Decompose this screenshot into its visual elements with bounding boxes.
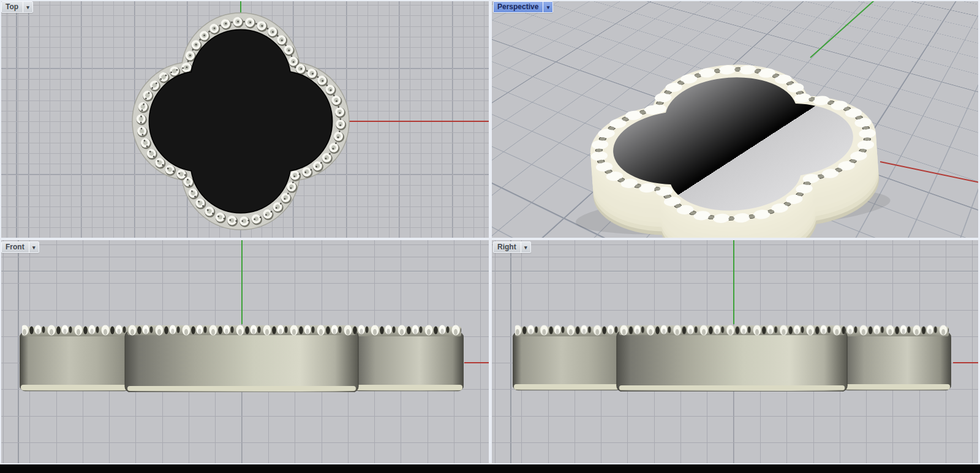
viewport-right[interactable]: Right ▾ — [492, 240, 980, 464]
frame-edge-left — [0, 0, 1, 464]
viewport-divider-vertical[interactable] — [489, 0, 492, 464]
viewport-tab-perspective[interactable]: Perspective ▾ — [493, 1, 553, 13]
viewport-front[interactable]: Front ▾ — [0, 240, 489, 464]
pendant-perspective-view[interactable] — [573, 37, 916, 238]
pendant-front-view[interactable] — [20, 324, 464, 392]
pendant-top-view[interactable] — [124, 5, 357, 238]
z-axis-line — [241, 240, 243, 324]
y-axis-line — [953, 362, 980, 363]
viewport-tab-front[interactable]: Front ▾ — [1, 241, 39, 253]
dropdown-arrow-icon[interactable]: ▾ — [29, 242, 39, 252]
viewport-perspective[interactable]: Perspective ▾ — [492, 0, 980, 238]
z-axis-line — [733, 240, 734, 324]
viewport-tab-top[interactable]: Top ▾ — [1, 1, 33, 13]
viewport-tab-label[interactable]: Front — [2, 242, 29, 252]
viewport-tab-label[interactable]: Perspective — [494, 2, 543, 12]
pendant-right-view[interactable] — [513, 324, 951, 392]
frame-edge-top — [0, 0, 980, 1]
viewport-tab-right[interactable]: Right ▾ — [493, 241, 531, 253]
cad-workspace: Top ▾ — [0, 0, 980, 473]
x-axis-line — [347, 121, 489, 122]
x-axis-line — [464, 362, 489, 363]
dropdown-arrow-icon[interactable]: ▾ — [543, 2, 552, 12]
dropdown-arrow-icon[interactable]: ▾ — [521, 242, 530, 252]
viewport-tab-label[interactable]: Right — [494, 242, 521, 252]
viewport-divider-horizontal[interactable] — [0, 238, 980, 240]
dropdown-arrow-icon[interactable]: ▾ — [23, 2, 32, 12]
viewport-top[interactable]: Top ▾ — [0, 0, 489, 238]
bottom-edge-bar — [0, 464, 980, 473]
viewport-tab-label[interactable]: Top — [2, 2, 23, 12]
